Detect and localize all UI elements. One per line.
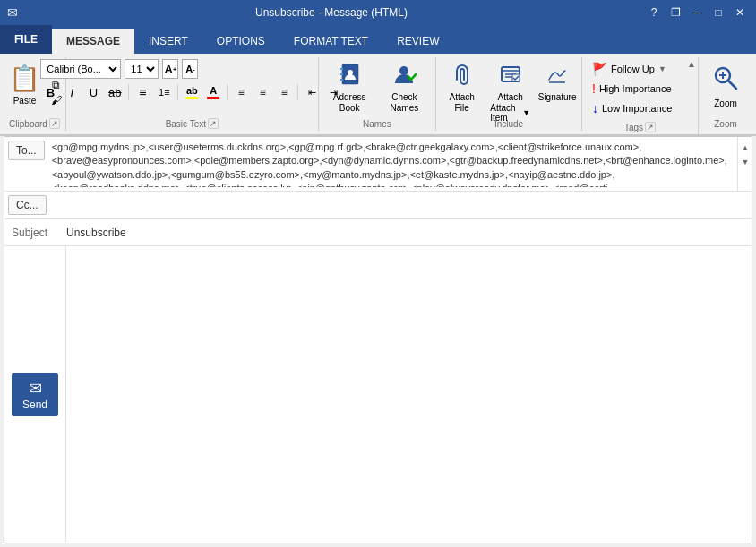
- cc-button[interactable]: Cc...: [8, 195, 47, 215]
- ribbon-collapse-button[interactable]: ▲: [687, 59, 696, 69]
- attach-item-label: Attach: [498, 92, 523, 103]
- to-scroll-controls: ▲ ▼: [737, 137, 752, 191]
- send-icon: ✉: [29, 379, 42, 398]
- increase-font-button[interactable]: A+: [162, 59, 178, 79]
- subject-input[interactable]: [63, 219, 752, 245]
- signature-button[interactable]: Signature: [538, 59, 576, 106]
- cc-field-value[interactable]: [50, 192, 752, 218]
- address-book-button[interactable]: Address Book: [324, 59, 375, 116]
- to-button[interactable]: To...: [8, 141, 45, 160]
- strikethrough-button[interactable]: ab: [105, 82, 125, 102]
- separator2: [177, 84, 178, 100]
- italic-button[interactable]: I: [62, 82, 82, 102]
- title-bar: ✉ Unsubscribe - Message (HTML) ? ❐ ─ □ ✕: [0, 0, 756, 25]
- compose-wrapper: ✉ Send: [4, 246, 752, 543]
- scroll-down-button[interactable]: ▼: [738, 155, 752, 169]
- align-center-button[interactable]: ≡: [253, 82, 272, 102]
- attach-file-button[interactable]: Attach File: [442, 59, 482, 116]
- separator3: [227, 84, 228, 100]
- svg-point-5: [399, 66, 408, 75]
- zoom-label: Zoom: [699, 119, 752, 129]
- tags-group: 🚩 Follow Up ▼ ! High Importance ↓ Low Im…: [582, 57, 699, 134]
- app-window: ✉ Unsubscribe - Message (HTML) ? ❐ ─ □ ✕…: [0, 0, 756, 547]
- window-controls: ? ❐ ─ □ ✕: [645, 4, 749, 21]
- scroll-up-button[interactable]: ▲: [738, 141, 752, 155]
- underline-button[interactable]: U: [83, 82, 103, 102]
- bold-button[interactable]: B: [40, 82, 60, 102]
- help-button[interactable]: ?: [645, 4, 663, 21]
- font-size-select[interactable]: 11: [125, 59, 159, 79]
- basic-text-expand-button[interactable]: ↗: [208, 118, 219, 129]
- basic-text-label: Basic Text ↗: [66, 118, 318, 129]
- window-title: Unsubscribe - Message (HTML): [18, 6, 645, 19]
- to-field-value: <gp@mpg.mydns.jp>,<user@useterms.duckdns…: [48, 137, 737, 191]
- svg-rect-2: [340, 73, 343, 75]
- include-group: Attach File Attach Attach Item ▼: [436, 57, 582, 131]
- cc-field-row: Cc...: [4, 192, 752, 219]
- paste-icon: 📋: [9, 66, 40, 91]
- restore-button[interactable]: ❐: [666, 4, 684, 21]
- names-content: Address Book Check Names: [324, 59, 430, 127]
- svg-rect-1: [340, 68, 343, 70]
- email-compose-area: To... <gp@mpg.mydns.jp>,<user@useterms.d…: [4, 136, 752, 543]
- include-label: Include: [436, 119, 581, 129]
- font-color-button[interactable]: A: [203, 82, 223, 102]
- send-button[interactable]: ✉ Send: [12, 373, 58, 416]
- zoom-group: Zoom Zoom: [699, 57, 752, 131]
- bullets-button[interactable]: ≡: [133, 82, 152, 102]
- clipboard-expand-button[interactable]: ↗: [49, 118, 60, 129]
- minimize-button[interactable]: ─: [688, 4, 706, 21]
- maximize-button[interactable]: □: [709, 4, 727, 21]
- tab-formattext[interactable]: FORMAT TEXT: [279, 29, 382, 54]
- include-content: Attach File Attach Attach Item ▼: [442, 59, 576, 127]
- low-importance-button[interactable]: ↓ Low Importance: [588, 98, 692, 118]
- names-label: Names: [319, 119, 435, 129]
- highlight-color-indicator: [185, 97, 198, 99]
- subject-field-row: Subject: [4, 219, 752, 246]
- tab-insert[interactable]: INSERT: [134, 29, 202, 54]
- check-names-icon: [391, 62, 417, 90]
- separator1: [128, 84, 129, 100]
- font-name-select[interactable]: Calibri (Bo...: [40, 59, 121, 79]
- compose-body[interactable]: [66, 246, 752, 543]
- attach-item-button[interactable]: Attach Attach Item ▼: [485, 59, 535, 125]
- zoom-icon: [711, 64, 740, 98]
- names-group: Address Book Check Names Names: [319, 57, 436, 131]
- decrease-font-button[interactable]: A-: [182, 59, 198, 79]
- zoom-content: Zoom: [703, 59, 748, 125]
- follow-up-dropdown-icon: ▼: [658, 64, 666, 73]
- follow-up-button[interactable]: 🚩 Follow Up ▼: [588, 59, 692, 79]
- ribbon-content: 📋 Paste ✂ ⧉: [0, 54, 756, 135]
- svg-line-10: [728, 81, 736, 89]
- close-button[interactable]: ✕: [731, 4, 749, 21]
- address-book-icon: [337, 62, 362, 90]
- zoom-button[interactable]: Zoom: [703, 59, 748, 113]
- align-right-button[interactable]: ≡: [274, 82, 294, 102]
- attach-file-label: Attach File: [446, 92, 477, 114]
- to-field-row: To... <gp@mpg.mydns.jp>,<user@useterms.d…: [4, 137, 752, 192]
- low-importance-icon: ↓: [592, 101, 598, 115]
- high-importance-icon: !: [592, 81, 596, 96]
- subject-label: Subject: [4, 219, 63, 245]
- paste-button[interactable]: 📋 Paste: [4, 59, 46, 108]
- font-row: Calibri (Bo... 11 A+ A-: [40, 59, 343, 79]
- attach-item-icon: [498, 62, 523, 90]
- format-row: B I U ab ≡ 1≡: [40, 82, 343, 102]
- align-left-button[interactable]: ≡: [231, 82, 251, 102]
- tab-file[interactable]: FILE: [0, 25, 52, 54]
- check-names-button[interactable]: Check Names: [379, 59, 430, 116]
- high-importance-button[interactable]: ! High Importance: [588, 79, 692, 98]
- svg-rect-3: [340, 79, 343, 81]
- check-names-label: Check Names: [383, 92, 425, 114]
- ribbon-tabs: FILE MESSAGE INSERT OPTIONS FORMAT TEXT …: [0, 25, 756, 54]
- tab-review[interactable]: REVIEW: [382, 29, 453, 54]
- tab-message[interactable]: MESSAGE: [52, 29, 134, 54]
- tags-expand-button[interactable]: ↗: [645, 122, 656, 132]
- ribbon: 📋 Paste ✂ ⧉: [0, 54, 756, 136]
- tab-options[interactable]: OPTIONS: [202, 29, 279, 54]
- tags-content: 🚩 Follow Up ▼ ! High Importance ↓ Low Im…: [588, 59, 692, 131]
- numbering-button[interactable]: 1≡: [154, 82, 174, 102]
- tags-label: Tags ↗: [582, 122, 698, 132]
- attach-file-icon: [450, 62, 475, 90]
- highlight-button[interactable]: ab: [182, 82, 202, 102]
